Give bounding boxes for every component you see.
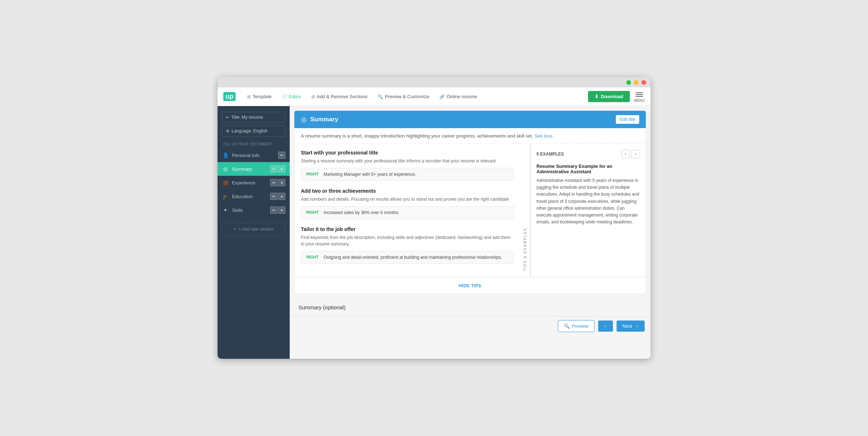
- edit-title-button[interactable]: Edit title: [616, 115, 639, 124]
- tips-body: Start with your professional title Start…: [294, 144, 646, 277]
- menu-label: MENU: [634, 99, 645, 103]
- tip-block-1: Start with your professional title Start…: [301, 150, 514, 181]
- tips-section: ◎ Summary Edit title A resume summary is…: [294, 110, 646, 294]
- education-remove-btn[interactable]: ✕: [278, 193, 285, 200]
- skills-remove-btn[interactable]: ✕: [278, 206, 285, 214]
- download-button[interactable]: ⬇ Download: [588, 91, 630, 102]
- examples-next-btn[interactable]: ›: [631, 150, 640, 158]
- education-label: Education: [232, 194, 267, 199]
- tips-header-icon: ◎: [301, 115, 307, 123]
- right-label-2: RIGHT: [306, 210, 319, 214]
- tl-green[interactable]: [626, 80, 631, 85]
- app-logo: up: [223, 92, 236, 101]
- nav-right: ⬇ Download MENU: [588, 91, 645, 103]
- language-btn-label: Language: English: [232, 128, 267, 134]
- add-icon: +: [234, 227, 236, 232]
- app-window: up ⊞ Template 📄 Editor ⊞ Add & Remove Se…: [218, 77, 650, 359]
- nav-item-editor[interactable]: 📄 Editor: [277, 92, 306, 101]
- personal-info-actions: ✏: [278, 152, 285, 159]
- tips-section-title: Summary: [310, 116, 612, 123]
- experience-remove-btn[interactable]: ✕: [278, 179, 285, 186]
- tips-vertical-label: TIPS & EXAMPLES: [520, 144, 530, 277]
- see-less-link[interactable]: See less: [534, 133, 552, 139]
- download-label: Download: [601, 94, 623, 99]
- experience-actions: ✏ ✕: [270, 179, 285, 186]
- tip-1-text: Starting a resume summary with your prof…: [301, 158, 514, 164]
- tl-red[interactable]: [641, 80, 646, 85]
- language-icon: ⚙: [226, 129, 229, 134]
- summary-optional-section: Summary (optional): [290, 298, 650, 316]
- tip-3-example: RIGHT Outgoing and detail-oriented, prof…: [301, 251, 514, 264]
- sidebar-item-skills[interactable]: ✦ Skills ✏ ✕: [218, 203, 290, 217]
- sidebar-section-title: FILL IN YOUR DOCUMENT: [218, 138, 290, 148]
- preview-btn-label: Preview: [572, 323, 588, 329]
- education-edit-btn[interactable]: ✏: [270, 193, 277, 200]
- right-label-1: RIGHT: [306, 172, 319, 176]
- language-button[interactable]: ⚙ Language: English: [222, 126, 285, 136]
- examples-header: 5 EXAMPLES ‹ ›: [536, 150, 640, 158]
- experience-label: Experience: [232, 180, 267, 186]
- add-remove-icon: ⊞: [311, 94, 315, 99]
- nav-item-template[interactable]: ⊞ Template: [243, 92, 276, 101]
- title-btn-label: Title: My resume: [231, 115, 263, 120]
- next-btn-label: Next: [622, 323, 632, 329]
- summary-edit-btn[interactable]: ✏: [270, 165, 277, 173]
- menu-button[interactable]: MENU: [634, 91, 645, 103]
- nav-item-preview[interactable]: 🔍 Preview & Customize: [373, 92, 434, 101]
- sidebar-item-experience[interactable]: 💼 Experience ✏ ✕: [218, 176, 290, 189]
- tip-2-example: RIGHT Increased sales by 36% over 6 mont…: [301, 206, 514, 219]
- tip-2-example-text: Increased sales by 36% over 6 months.: [324, 210, 399, 215]
- next-arrow-icon: →: [634, 323, 639, 329]
- examples-count: 5 EXAMPLES: [536, 152, 564, 157]
- examples-prev-btn[interactable]: ‹: [621, 150, 630, 158]
- main-content: ◎ Summary Edit title A resume summary is…: [290, 106, 650, 359]
- summary-optional-title: Summary (optional): [298, 304, 346, 310]
- tip-1-title: Start with your professional title: [301, 150, 514, 156]
- experience-edit-btn[interactable]: ✏: [270, 179, 277, 186]
- summary-actions: ✏ ✕: [270, 165, 285, 173]
- tip-1-example: RIGHT Marketing Manager with 5+ years of…: [301, 168, 514, 181]
- sidebar-item-education[interactable]: 🎓 Education ✏ ✕: [218, 189, 290, 203]
- example-card-title: Resume Summary Example for an Administra…: [536, 164, 640, 174]
- tl-yellow[interactable]: [634, 80, 639, 85]
- skills-edit-btn[interactable]: ✏: [270, 206, 277, 214]
- personal-info-label: Personal Info: [232, 153, 275, 158]
- nav-online-label: Online resume: [447, 94, 477, 99]
- summary-icon: ◎: [222, 166, 229, 172]
- nav-items-list: ⊞ Template 📄 Editor ⊞ Add & Remove Secti…: [243, 92, 588, 101]
- tip-1-example-text: Marketing Manager with 5+ years of exper…: [324, 172, 416, 177]
- tip-2-text: Add numbers and details. Focusing on res…: [301, 196, 514, 202]
- nav-preview-label: Preview & Customize: [385, 94, 430, 99]
- next-button[interactable]: Next →: [617, 321, 645, 332]
- title-button[interactable]: ✏ Title: My resume: [222, 112, 285, 123]
- skills-actions: ✏ ✕: [270, 206, 285, 214]
- nav-item-online[interactable]: 🔗 Online resume: [435, 92, 482, 101]
- personal-info-edit-btn[interactable]: ✏: [278, 152, 285, 159]
- add-section-button[interactable]: + + Add new section: [222, 223, 285, 236]
- back-arrow-button[interactable]: ←: [598, 321, 613, 332]
- titlebar: [218, 77, 650, 87]
- description-text: A resume summary is a short, snappy intr…: [301, 133, 533, 139]
- nav-item-add-remove[interactable]: ⊞ Add & Remove Sections: [307, 92, 372, 101]
- main-layout: ✏ Title: My resume ⚙ Language: English F…: [218, 106, 650, 359]
- menu-line-1: [636, 92, 643, 93]
- tips-content: Start with your professional title Start…: [294, 144, 520, 277]
- tip-2-title: Add two or three achievements: [301, 188, 514, 194]
- online-icon: 🔗: [439, 94, 445, 99]
- skills-label: Skills: [232, 208, 267, 213]
- hide-tips-button[interactable]: HIDE TIPS: [459, 283, 481, 288]
- example-card-text: Administrative Assistant with 5 years of…: [536, 177, 640, 226]
- preview-button[interactable]: 🔍 Preview: [558, 320, 595, 332]
- preview-search-icon: 🔍: [564, 323, 570, 329]
- sidebar: ✏ Title: My resume ⚙ Language: English F…: [218, 106, 290, 359]
- summary-remove-btn[interactable]: ✕: [278, 165, 285, 173]
- tips-header: ◎ Summary Edit title: [294, 111, 646, 128]
- template-icon: ⊞: [247, 94, 251, 99]
- tip-block-2: Add two or three achievements Add number…: [301, 188, 514, 219]
- examples-panel: 5 EXAMPLES ‹ › Resume Summary Example fo…: [530, 144, 646, 277]
- tips-description: A resume summary is a short, snappy intr…: [294, 128, 646, 144]
- tip-3-text: Find keywords from the job description, …: [301, 234, 514, 247]
- preview-icon: 🔍: [378, 94, 383, 99]
- sidebar-item-personal-info[interactable]: 👤 Personal Info ✏: [218, 148, 290, 162]
- sidebar-item-summary[interactable]: ◎ Summary ✏ ✕: [218, 162, 290, 176]
